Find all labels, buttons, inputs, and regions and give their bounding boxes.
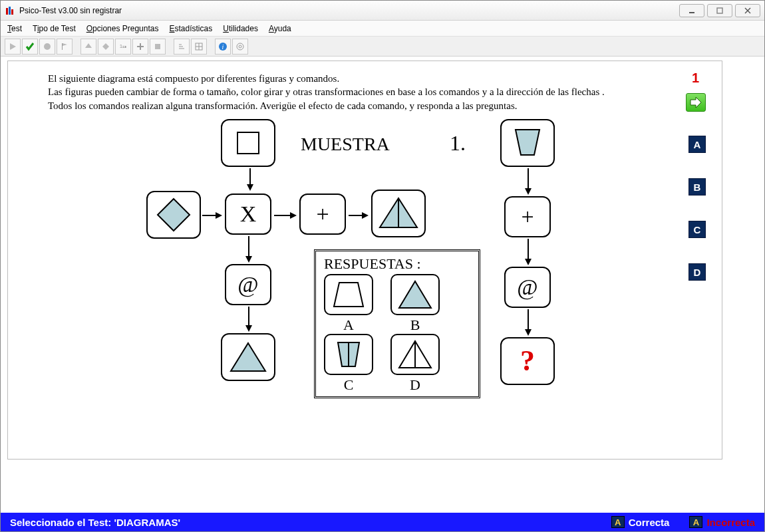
toolbar-123-icon[interactable]: 1₂₃ (115, 39, 131, 55)
svg-point-25 (239, 45, 241, 48)
question-start-trapezoid (500, 119, 555, 167)
answer-button-d[interactable]: D (688, 263, 706, 281)
toolbar-check-icon[interactable] (22, 39, 38, 55)
svg-marker-26 (690, 97, 701, 108)
toolbar-shape1-icon[interactable] (80, 39, 96, 55)
svg-marker-46 (525, 188, 532, 195)
toolbar-info-icon[interactable]: i (215, 39, 231, 55)
instructions-line1: El siguiente diagrama está compuesto por… (48, 72, 660, 85)
svg-marker-40 (245, 256, 252, 263)
menu-test[interactable]: Test (7, 24, 22, 33)
maximize-button[interactable] (707, 4, 732, 17)
instructions: El siguiente diagrama está compuesto por… (48, 72, 660, 112)
svg-marker-11 (85, 43, 92, 48)
svg-point-24 (237, 43, 243, 50)
status-selected-test: Seleccionado el Test: 'DIAGRAMAS' (10, 517, 180, 528)
answer-option-d: D (390, 334, 440, 394)
title-bar: Psico-Test v3.00 sin registrar (1, 1, 764, 21)
menu-bar: Test Tipo de Test Opciones Preguntas Est… (1, 21, 764, 37)
legend-incorrect-label: Incorrecta (706, 517, 755, 528)
app-icon (5, 5, 15, 16)
svg-marker-42 (245, 325, 252, 332)
instructions-line2: Las figuras pueden cambiar de forma o ta… (48, 85, 660, 98)
arrow-down-icon (247, 168, 253, 193)
svg-marker-48 (525, 259, 532, 265)
arrow-right-icon (274, 211, 297, 221)
svg-marker-12 (102, 43, 109, 50)
arrow-down-icon (245, 236, 252, 265)
svg-text:i: i (222, 43, 224, 51)
menu-estadisticas[interactable]: Estadísticas (169, 24, 212, 33)
menu-tipo-de-test[interactable]: Tipo de Test (33, 24, 76, 33)
toolbar-plus-icon[interactable] (132, 39, 148, 55)
svg-marker-10 (63, 43, 67, 46)
svg-marker-52 (399, 281, 431, 308)
toolbar-target-icon[interactable] (232, 39, 248, 55)
svg-marker-50 (525, 329, 532, 336)
answer-button-c[interactable]: C (688, 221, 706, 238)
question-mark: ? (520, 344, 535, 378)
arrow-down-icon (525, 168, 532, 197)
sample-label: MUESTRA (301, 134, 390, 155)
svg-marker-29 (247, 184, 253, 191)
toolbar-sort-icon[interactable] (174, 39, 190, 55)
toolbar-play-icon[interactable] (5, 39, 21, 55)
op-at-label: @ (237, 272, 258, 297)
answer-option-b: B (390, 274, 440, 334)
question-enum: 1. (450, 131, 466, 156)
toolbar-flag-icon[interactable] (57, 39, 73, 55)
toolbar-diamond-icon[interactable] (98, 39, 114, 55)
answer-button-a[interactable]: A (688, 136, 706, 153)
legend-correct-badge: A (611, 516, 625, 528)
op-plus-node: + (299, 194, 346, 235)
client-area: El siguiente diagrama está compuesto por… (1, 57, 764, 513)
svg-rect-2 (11, 9, 13, 15)
question-op-at: @ (504, 267, 551, 308)
svg-rect-27 (237, 132, 259, 154)
question-op-plus: + (504, 196, 551, 237)
arrow-right-icon (202, 211, 222, 221)
diagram-stage: X + @ (48, 119, 687, 438)
arrow-down-icon (245, 307, 252, 334)
toolbar-circle-icon[interactable] (39, 39, 55, 55)
svg-marker-51 (334, 283, 363, 307)
next-button[interactable] (686, 93, 706, 112)
sample-bottom-triangle (221, 333, 275, 381)
svg-marker-32 (216, 212, 222, 219)
toolbar-puzzle-icon[interactable] (150, 39, 166, 55)
arrow-down-icon (525, 309, 532, 338)
answers-title: RESPUESTAS : (324, 255, 470, 273)
answer-option-a: A (324, 274, 373, 334)
minimize-button[interactable] (679, 4, 704, 17)
sample-start-square (221, 119, 275, 167)
instructions-line3: Todos los comandos realizan alguna trans… (48, 99, 660, 112)
sample-diamond (146, 191, 201, 239)
menu-opciones-preguntas[interactable]: Opciones Preguntas (86, 24, 159, 33)
menu-ayuda[interactable]: Ayuda (269, 24, 291, 33)
svg-point-8 (44, 43, 51, 50)
arrow-right-icon (689, 96, 702, 108)
arrow-down-icon (525, 239, 532, 267)
status-bar: Seleccionado el Test: 'DIAGRAMAS' A Corr… (1, 513, 764, 531)
menu-utilidades[interactable]: Utilidades (223, 24, 258, 33)
svg-marker-44 (516, 130, 539, 155)
arrow-right-icon (349, 211, 369, 221)
sample-result-triangle (371, 190, 426, 237)
svg-marker-30 (158, 199, 190, 231)
question-result-unknown: ? (500, 337, 555, 385)
window-title: Psico-Test v3.00 sin registrar (19, 6, 122, 15)
question-number: 1 (692, 70, 699, 86)
svg-rect-9 (62, 43, 63, 50)
answer-button-b[interactable]: B (688, 178, 706, 196)
svg-marker-34 (290, 212, 297, 219)
op-x-node: X (225, 194, 271, 235)
toolbar: 1₂₃ i (1, 37, 764, 57)
answers-box: RESPUESTAS : A B C (314, 249, 480, 398)
svg-marker-36 (362, 212, 369, 219)
close-button[interactable] (735, 4, 760, 17)
toolbar-grid-icon[interactable] (191, 39, 207, 55)
legend-correct-label: Correcta (629, 517, 670, 528)
legend-incorrect-badge: A (689, 516, 702, 528)
op-plus-label: + (316, 201, 329, 227)
op-at-node: @ (225, 264, 271, 305)
